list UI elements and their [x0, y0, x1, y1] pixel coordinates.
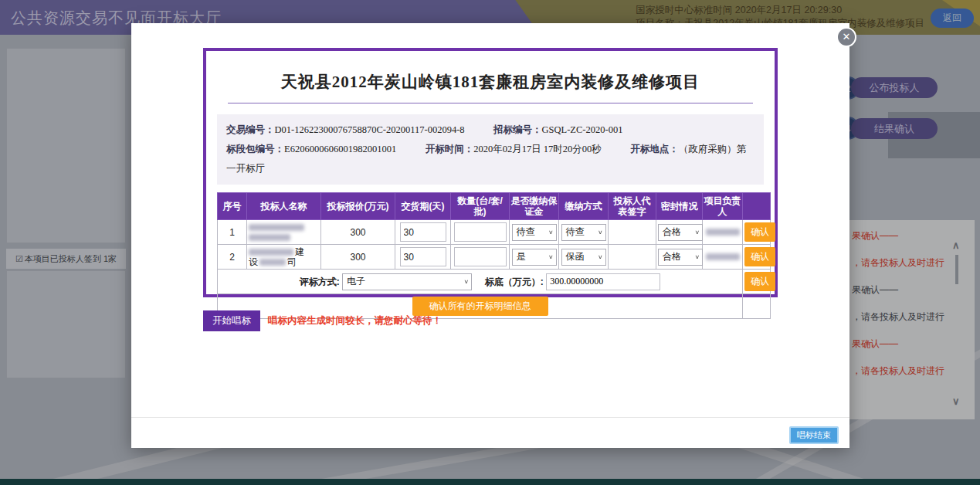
- seal-status-select[interactable]: 合格∨: [658, 249, 703, 266]
- modal-footer-divider: [131, 417, 849, 418]
- tender-number: GSQL-ZC-2020-001: [542, 124, 623, 135]
- eval-method-label: 评标方式:: [300, 276, 340, 287]
- eval-confirm-button[interactable]: 确认: [744, 272, 775, 291]
- project-manager-redacted: [703, 220, 743, 245]
- project-manager-redacted: [703, 245, 743, 270]
- deposit-select[interactable]: 是∨: [512, 249, 557, 266]
- chevron-down-icon: ∨: [464, 279, 470, 285]
- wait-notice: 唱标内容生成时间较长，请您耐心等待！: [268, 314, 442, 327]
- chevron-down-icon: ∨: [598, 254, 603, 260]
- info-line-2: 标段包编号：E6206000606001982001001 开标时间：2020年…: [226, 140, 754, 178]
- row-confirm-button[interactable]: 确认: [744, 222, 775, 242]
- row-seq: 1: [218, 220, 247, 245]
- chevron-down-icon: ∨: [548, 229, 554, 236]
- col-bid-price: 投标报价(万元): [321, 193, 395, 220]
- col-bidder-name: 投标人名称: [247, 193, 321, 220]
- row-confirm-button[interactable]: 确认: [744, 247, 775, 266]
- pay-method-select[interactable]: 保函∨: [561, 249, 606, 266]
- chevron-down-icon: ∨: [598, 229, 603, 236]
- trade-number: D01-12622300076758870C-20200117-002094-8: [275, 124, 465, 135]
- modal-title: 天祝县2012年炭山岭镇181套廉租房室内装修及维修项目: [206, 71, 775, 93]
- col-deposit-paid: 是否缴纳保证金: [510, 193, 559, 220]
- col-actions: [743, 193, 771, 220]
- base-price-input[interactable]: [546, 273, 660, 290]
- eval-method-row: 评标方式: 电子∨ 标底（万元）: 确认: [218, 270, 771, 294]
- delivery-input[interactable]: [400, 222, 446, 242]
- col-signature: 投标人代表签字: [609, 193, 656, 220]
- table-row: 2 建 设司 300 是∨ 保函∨ 合格∨ 确认: [218, 245, 771, 270]
- package-number: E6206000606001982001001: [284, 144, 396, 154]
- eval-method-select[interactable]: 电子∨: [342, 273, 472, 290]
- bidder-name-redacted: [247, 220, 321, 245]
- col-pay-method: 缴纳方式: [559, 193, 609, 220]
- signature-cell: [609, 220, 656, 245]
- row-seq: 2: [218, 245, 247, 270]
- bid-detail-box: 天祝县2012年炭山岭镇181套廉租房室内装修及维修项目 交易编号：D01-12…: [203, 48, 778, 297]
- pay-method-select[interactable]: 待查∨: [561, 224, 606, 241]
- table-header-row: 序号 投标人名称 投标报价(万元) 交货期(天) 数量(台/套/批) 是否缴纳保…: [218, 193, 771, 220]
- title-divider: [228, 103, 753, 103]
- quantity-input[interactable]: [454, 222, 507, 242]
- deposit-select[interactable]: 待查∨: [512, 224, 557, 241]
- chevron-down-icon: ∨: [548, 254, 554, 260]
- col-project-manager: 项目负责人: [703, 193, 743, 220]
- project-info-box: 交易编号：D01-12622300076758870C-20200117-002…: [217, 114, 764, 185]
- col-delivery: 交货期(天): [395, 193, 451, 220]
- signature-cell: [609, 245, 656, 270]
- col-seq: 序号: [218, 193, 247, 220]
- quantity-input[interactable]: [454, 247, 507, 266]
- base-price-label: 标底（万元）:: [485, 276, 544, 287]
- delivery-input[interactable]: [400, 247, 446, 266]
- open-time: 2020年02月17日 17时20分00秒: [473, 144, 602, 154]
- col-seal-status: 密封情况: [656, 193, 703, 220]
- chevron-down-icon: ∨: [694, 229, 700, 236]
- bidder-name-redacted: 建 设司: [247, 245, 321, 270]
- bid-opening-modal: ✕ 天祝县2012年炭山岭镇181套廉租房室内装修及维修项目 交易编号：D01-…: [131, 23, 849, 448]
- chevron-down-icon: ∨: [694, 254, 700, 260]
- bid-price: 300: [321, 245, 395, 270]
- bid-price: 300: [321, 220, 395, 245]
- close-icon[interactable]: ✕: [836, 27, 856, 47]
- bid-table: 序号 投标人名称 投标报价(万元) 交货期(天) 数量(台/套/批) 是否缴纳保…: [217, 192, 771, 319]
- info-line-1: 交易编号：D01-12622300076758870C-20200117-002…: [226, 120, 754, 140]
- table-row: 1 300 待查∨ 待查∨ 合格∨ 确认: [218, 220, 771, 245]
- start-announce-button[interactable]: 开始唱标: [203, 310, 260, 331]
- announce-end-button[interactable]: 唱标结束: [789, 426, 839, 444]
- seal-status-select[interactable]: 合格∨: [658, 224, 703, 241]
- col-quantity: 数量(台/套/批): [451, 193, 510, 220]
